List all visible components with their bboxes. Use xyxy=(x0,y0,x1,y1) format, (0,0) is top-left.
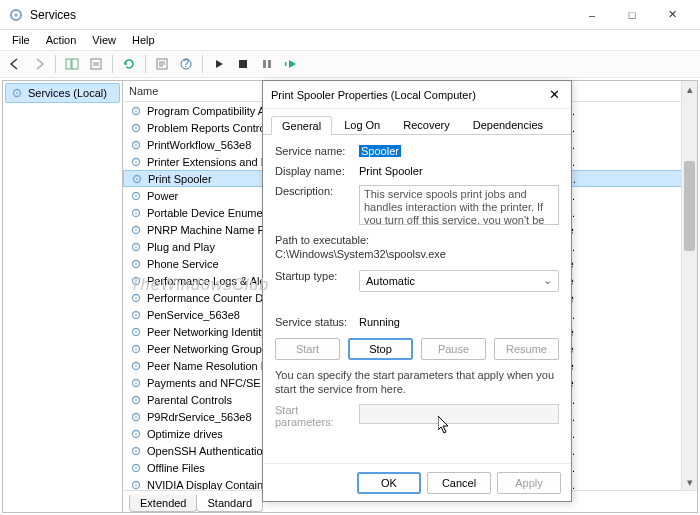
toolbar-separator xyxy=(112,55,113,73)
gear-icon xyxy=(129,376,143,390)
gear-icon xyxy=(129,206,143,220)
dialog-footer: OK Cancel Apply xyxy=(263,463,571,501)
gear-icon xyxy=(129,342,143,356)
gear-icon xyxy=(10,86,24,100)
startup-type-combo[interactable]: Automatic ⌄ xyxy=(359,270,559,292)
maximize-button[interactable]: □ xyxy=(612,1,652,29)
gear-icon xyxy=(129,155,143,169)
gear-icon xyxy=(129,189,143,203)
restart-service-icon[interactable] xyxy=(280,53,302,75)
svg-point-43 xyxy=(135,348,137,350)
svg-point-33 xyxy=(135,263,137,265)
label-start-params: Start parameters: xyxy=(275,404,359,428)
svg-point-39 xyxy=(135,314,137,316)
scrollbar[interactable]: ▴ ▾ xyxy=(681,81,697,490)
gear-icon xyxy=(129,104,143,118)
minimize-button[interactable]: – xyxy=(572,1,612,29)
menu-help[interactable]: Help xyxy=(124,32,163,48)
dialog-close-icon[interactable]: ✕ xyxy=(545,86,563,104)
gear-icon xyxy=(129,461,143,475)
label-service-name: Service name: xyxy=(275,145,359,157)
cancel-button[interactable]: Cancel xyxy=(427,472,491,494)
dialog-tabs: General Log On Recovery Dependencies xyxy=(263,109,571,135)
svg-rect-10 xyxy=(268,60,271,68)
svg-point-23 xyxy=(136,178,138,180)
properties-icon[interactable] xyxy=(151,53,173,75)
menu-view[interactable]: View xyxy=(84,32,124,48)
stop-service-icon[interactable] xyxy=(232,53,254,75)
svg-point-53 xyxy=(135,433,137,435)
svg-rect-11 xyxy=(285,62,287,66)
gear-icon xyxy=(129,257,143,271)
services-icon xyxy=(8,7,24,23)
nav-back-icon[interactable] xyxy=(4,53,26,75)
svg-point-49 xyxy=(135,399,137,401)
gear-icon xyxy=(129,444,143,458)
value-service-name[interactable]: Spooler xyxy=(359,145,401,157)
svg-text:?: ? xyxy=(183,57,189,69)
svg-rect-8 xyxy=(239,60,247,68)
svg-point-59 xyxy=(135,484,137,486)
description-textbox[interactable]: This service spools print jobs and handl… xyxy=(359,185,559,225)
svg-rect-3 xyxy=(72,59,78,69)
svg-point-55 xyxy=(135,450,137,452)
gear-icon xyxy=(129,410,143,424)
start-params-input xyxy=(359,404,559,424)
menu-action[interactable]: Action xyxy=(38,32,85,48)
label-service-status: Service status: xyxy=(275,316,359,328)
dialog-title: Print Spooler Properties (Local Computer… xyxy=(271,89,545,101)
toolbar-separator xyxy=(202,55,203,73)
svg-point-57 xyxy=(135,467,137,469)
svg-point-17 xyxy=(135,127,137,129)
pause-service-icon[interactable] xyxy=(256,53,278,75)
value-display-name: Print Spooler xyxy=(359,165,559,177)
tab-logon[interactable]: Log On xyxy=(333,115,391,134)
close-button[interactable]: ✕ xyxy=(652,1,692,29)
label-path: Path to executable: xyxy=(275,233,559,247)
apply-button: Apply xyxy=(497,472,561,494)
svg-point-1 xyxy=(15,13,18,16)
tab-standard[interactable]: Standard xyxy=(196,495,263,512)
gear-icon xyxy=(129,393,143,407)
tab-recovery[interactable]: Recovery xyxy=(392,115,460,134)
tab-extended[interactable]: Extended xyxy=(129,495,197,512)
refresh-icon[interactable] xyxy=(118,53,140,75)
ok-button[interactable]: OK xyxy=(357,472,421,494)
start-service-icon[interactable] xyxy=(208,53,230,75)
svg-point-41 xyxy=(135,331,137,333)
menu-file[interactable]: File xyxy=(4,32,38,48)
scroll-thumb[interactable] xyxy=(684,161,695,251)
label-description: Description: xyxy=(275,185,359,197)
svg-point-51 xyxy=(135,416,137,418)
chevron-down-icon: ⌄ xyxy=(543,274,552,287)
value-path: C:\Windows\System32\spoolsv.exe xyxy=(275,247,559,261)
pause-button: Pause xyxy=(421,338,486,360)
svg-rect-9 xyxy=(263,60,266,68)
path-block: Path to executable: C:\Windows\System32\… xyxy=(275,233,559,262)
svg-point-47 xyxy=(135,382,137,384)
help-icon[interactable]: ? xyxy=(175,53,197,75)
nav-forward-icon[interactable] xyxy=(28,53,50,75)
stop-button[interactable]: Stop xyxy=(348,338,413,360)
gear-icon xyxy=(129,291,143,305)
svg-point-13 xyxy=(16,92,18,94)
titlebar: Services – □ ✕ xyxy=(0,0,700,30)
svg-point-45 xyxy=(135,365,137,367)
startup-type-value: Automatic xyxy=(366,275,415,287)
toolbar-separator xyxy=(55,55,56,73)
tree-root-item[interactable]: Services (Local) xyxy=(5,83,120,103)
show-hide-tree-icon[interactable] xyxy=(61,53,83,75)
gear-icon xyxy=(129,223,143,237)
tab-general[interactable]: General xyxy=(271,116,332,135)
tab-dependencies[interactable]: Dependencies xyxy=(462,115,554,134)
scroll-up-icon[interactable]: ▴ xyxy=(682,81,697,97)
svg-point-35 xyxy=(135,280,137,282)
toolbar: ? xyxy=(0,50,700,78)
svg-point-29 xyxy=(135,229,137,231)
gear-icon xyxy=(129,138,143,152)
svg-rect-4 xyxy=(91,59,101,69)
export-list-icon[interactable] xyxy=(85,53,107,75)
svg-point-31 xyxy=(135,246,137,248)
dialog-titlebar: Print Spooler Properties (Local Computer… xyxy=(263,81,571,109)
scroll-down-icon[interactable]: ▾ xyxy=(682,474,697,490)
